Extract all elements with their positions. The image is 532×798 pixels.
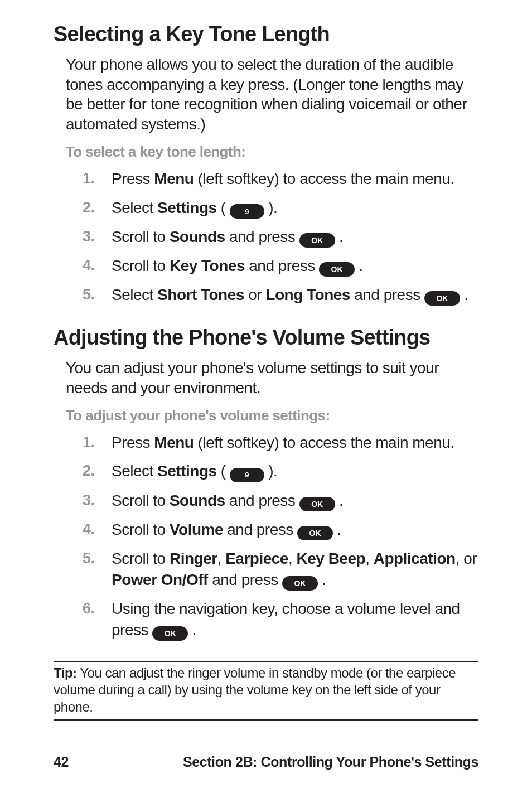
page: Selecting a Key Tone Length Your phone a… (0, 0, 532, 798)
heading-volume-settings: Adjusting the Phone's Volume Settings (54, 326, 478, 350)
step-text: ( (217, 462, 230, 480)
step-text: or (244, 286, 265, 303)
step-text: Scroll to (112, 492, 170, 509)
step-text: . (460, 286, 468, 303)
step-bold: Key Beep (297, 550, 366, 567)
step-b4: Scroll to Volume and press OK . (83, 519, 478, 548)
step-b1: Press Menu (left softkey) to access the … (83, 432, 478, 461)
step-text: and press (225, 492, 299, 509)
step-bold: Menu (154, 434, 194, 451)
step-text: ( (217, 199, 230, 216)
intro-paragraph-b: You can adjust your phone's volume setti… (66, 358, 478, 398)
nine-key-icon: 9 (230, 204, 264, 219)
step-text: Scroll to (112, 228, 170, 245)
intro-paragraph-a: Your phone allows you to select the dura… (66, 55, 478, 134)
step-text: and press (208, 571, 282, 588)
step-text: Select (112, 286, 157, 303)
subheading-a: To select a key tone length: (66, 143, 478, 161)
page-footer: 42 Section 2B: Controlling Your Phone's … (54, 754, 478, 770)
ok-key-icon: OK (282, 576, 318, 591)
step-text: ). (264, 199, 277, 216)
tip-label: Tip: (54, 665, 77, 680)
step-text: . (335, 492, 344, 509)
step-a4: Scroll to Key Tones and press OK . (83, 255, 478, 284)
step-a3: Scroll to Sounds and press OK . (83, 226, 478, 255)
step-text: and press (223, 521, 297, 538)
step-text: , (288, 550, 297, 567)
step-bold: Earpiece (225, 550, 288, 567)
step-text: Scroll to (112, 521, 170, 538)
step-bold: Power On/Off (112, 571, 208, 588)
step-bold: Sounds (170, 492, 225, 509)
step-text: . (333, 521, 341, 538)
step-text: Select (112, 462, 157, 480)
subheading-b: To adjust your phone's volume settings: (66, 407, 478, 424)
step-bold: Short Tones (157, 286, 244, 303)
ok-key-icon: OK (424, 291, 460, 306)
step-b6: Using the navigation key, choose a volum… (83, 598, 478, 649)
step-a5: Select Short Tones or Long Tones and pre… (83, 284, 478, 313)
step-a2: Select Settings ( 9 ). (83, 197, 478, 227)
step-text: (left softkey) to access the main menu. (194, 170, 454, 187)
tip-box: Tip: You can adjust the ringer volume in… (54, 661, 478, 721)
step-bold: Long Tones (265, 286, 350, 303)
step-text: (left softkey) to access the main menu. (194, 434, 454, 451)
step-text: and press (350, 286, 424, 303)
step-text: . (188, 621, 196, 639)
section-label: Section 2B: Controlling Your Phone's Set… (183, 754, 478, 770)
step-bold: Settings (157, 462, 216, 480)
step-text: , (217, 550, 226, 567)
step-bold: Application (374, 550, 456, 567)
ok-key-icon: OK (299, 233, 335, 248)
step-text: ). (264, 462, 277, 480)
tip-text: You can adjust the ringer volume in stan… (54, 665, 456, 714)
step-bold: Menu (154, 170, 194, 187)
step-b2: Select Settings ( 9 ). (83, 461, 478, 490)
step-text: . (355, 257, 363, 274)
step-text: , (365, 550, 374, 567)
step-text: Scroll to (112, 550, 170, 567)
step-b5: Scroll to Ringer, Earpiece, Key Beep, Ap… (83, 548, 478, 598)
step-bold: Volume (170, 521, 223, 538)
page-number: 42 (54, 754, 69, 770)
step-b3: Scroll to Sounds and press OK . (83, 490, 478, 519)
step-text: and press (245, 257, 319, 274)
step-text: . (318, 571, 326, 588)
step-bold: Sounds (170, 228, 225, 245)
ok-key-icon: OK (319, 262, 355, 277)
nine-key-icon: 9 (230, 468, 264, 482)
step-text: . (335, 228, 344, 245)
step-bold: Key Tones (170, 257, 245, 274)
step-bold: Ringer (170, 550, 217, 567)
ok-key-icon: OK (152, 626, 188, 641)
heading-key-tone-length: Selecting a Key Tone Length (54, 22, 478, 47)
step-text: and press (225, 228, 299, 245)
ok-key-icon: OK (297, 526, 333, 540)
step-a1: Press Menu (left softkey) to access the … (83, 168, 478, 197)
ok-key-icon: OK (299, 497, 335, 511)
step-text: , or (456, 550, 477, 567)
steps-list-a: Press Menu (left softkey) to access the … (83, 168, 478, 313)
step-text: Select (112, 199, 157, 216)
step-text: Press (112, 434, 154, 451)
steps-list-b: Press Menu (left softkey) to access the … (83, 432, 478, 649)
step-text: Press (112, 170, 154, 187)
step-bold: Settings (157, 199, 216, 216)
step-text: Scroll to (112, 257, 170, 274)
